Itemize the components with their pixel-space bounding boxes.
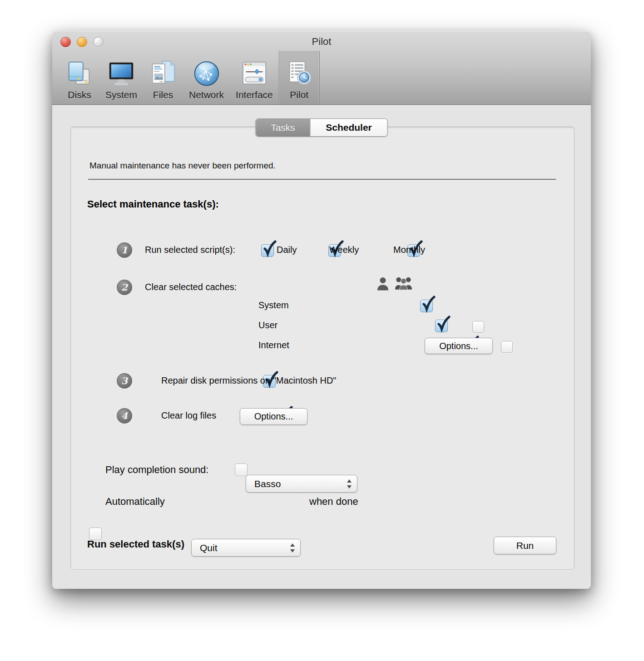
task1-badge: 1 (117, 242, 132, 258)
checkbox-system-cache[interactable] (420, 300, 433, 312)
divider (88, 179, 556, 180)
toolbar-label: Interface (236, 89, 273, 100)
toolbar-label: Pilot (290, 89, 308, 100)
task1-label: Run selected script(s): (145, 245, 235, 255)
checkbox-internet-cache-group[interactable] (501, 341, 513, 353)
task2-badge: 2 (117, 280, 132, 295)
files-icon (149, 59, 177, 88)
auto-action-popup[interactable]: Quit (191, 539, 301, 557)
checkbox-weekly-label: Weekly (329, 245, 359, 255)
toolbar-label: Network (189, 89, 224, 100)
task3-badge: 3 (117, 373, 132, 389)
checkbox-play-sound[interactable] (235, 464, 248, 476)
internet-options-button[interactable]: Options... (425, 338, 493, 354)
checkbox-daily[interactable] (261, 244, 274, 257)
window-title: Pilot (52, 36, 591, 48)
toolbar-label: Files (153, 89, 173, 100)
run-button[interactable]: Run (494, 537, 556, 554)
logs-options-button[interactable]: Options... (240, 408, 307, 425)
disks-icon (65, 59, 94, 88)
popup-arrows-icon (347, 478, 352, 489)
app-window: Pilot Disks (52, 31, 591, 589)
user-icon (376, 276, 390, 293)
group-icon (394, 276, 413, 292)
when-done-label: when done (309, 496, 358, 508)
play-sound-label: Play completion sound: (105, 464, 208, 476)
tasks-panel: Manual maintenance has never been perfor… (70, 127, 575, 570)
window-header: Pilot Disks (52, 31, 591, 105)
checkbox-user-cache-group[interactable] (472, 321, 484, 333)
toolbar-label: System (105, 89, 137, 100)
sound-popup-value: Basso (254, 478, 281, 489)
tab-scheduler[interactable]: Scheduler (310, 119, 387, 136)
system-icon (107, 59, 135, 88)
run-tasks-label: Run selected task(s) (87, 538, 184, 550)
auto-action-popup-value: Quit (200, 543, 218, 553)
checkbox-daily-label: Daily (277, 245, 297, 255)
checkbox-user-cache[interactable] (435, 320, 448, 332)
pilot-icon (285, 59, 313, 88)
toolbar-item-files[interactable]: Files (143, 51, 183, 104)
toolbar-item-system[interactable]: System (99, 51, 143, 104)
toolbar-label: Disks (68, 89, 91, 100)
toolbar-item-disks[interactable]: Disks (59, 51, 99, 104)
sound-popup[interactable]: Basso (246, 475, 357, 493)
cache-row-user-label: User (258, 320, 277, 330)
toolbar: Disks System (59, 51, 320, 104)
status-text: Manual maintenance has never been perfor… (89, 161, 276, 171)
network-icon (193, 59, 221, 88)
toolbar-item-pilot[interactable]: Pilot (279, 51, 320, 104)
task2-label: Clear selected caches: (145, 282, 237, 292)
window-content: Tasks Scheduler Manual maintenance has n… (52, 105, 591, 589)
checkbox-monthly-label: Monthly (393, 245, 425, 255)
interface-icon (240, 59, 268, 88)
tab-bar: Tasks Scheduler (256, 118, 388, 137)
section-heading: Select maintenance task(s): (87, 198, 219, 210)
cache-row-internet-label: Internet (258, 340, 289, 350)
tab-tasks[interactable]: Tasks (256, 119, 310, 136)
task4-badge: 4 (117, 408, 132, 424)
automatically-label: Automatically (105, 496, 165, 508)
task4-label: Clear log files (161, 410, 216, 421)
cache-row-system-label: System (258, 300, 289, 311)
toolbar-item-interface[interactable]: Interface (230, 51, 279, 104)
task3-label: Repair disk permissions on "Macintosh HD… (161, 375, 336, 386)
toolbar-item-network[interactable]: Network (183, 51, 230, 104)
popup-arrows-icon (290, 543, 295, 553)
